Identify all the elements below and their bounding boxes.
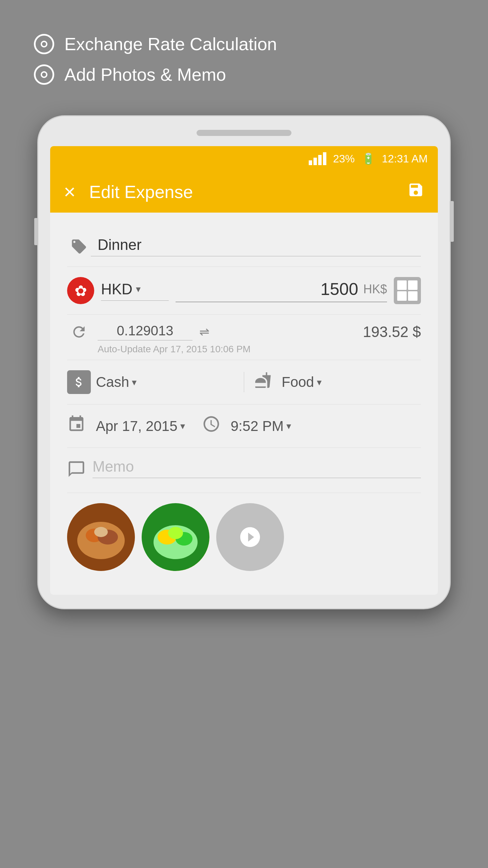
expense-name-field[interactable]: Dinner xyxy=(91,236,421,256)
battery-icon: 🔋 xyxy=(362,152,375,165)
currency-selector[interactable]: HKD ▾ xyxy=(101,281,169,301)
svg-point-4 xyxy=(94,527,108,537)
close-button[interactable]: × xyxy=(64,182,76,202)
page-title: Edit Expense xyxy=(89,182,407,202)
add-photos-icon-inner xyxy=(41,71,47,78)
currency-dropdown-arrow: ▾ xyxy=(136,283,141,295)
expense-name-row: Dinner xyxy=(67,226,421,267)
svg-point-9 xyxy=(168,527,183,539)
status-bar: 23% 🔋 12:31 AM xyxy=(50,146,438,171)
amount-value: 1500 xyxy=(321,279,358,299)
clock-icon xyxy=(202,415,221,437)
phone-frame: 23% 🔋 12:31 AM × Edit Expense xyxy=(37,115,451,609)
volume-button xyxy=(34,218,38,245)
add-photos-icon xyxy=(34,64,54,85)
feature-item-photos: Add Photos & Memo xyxy=(34,64,277,85)
photo-thumbnail-1[interactable] xyxy=(67,503,135,571)
memo-row: Memo xyxy=(67,448,421,493)
refresh-icon[interactable] xyxy=(67,323,91,340)
add-photos-label: Add Photos & Memo xyxy=(64,64,226,85)
hk-flag-icon: ✿ xyxy=(67,277,94,304)
currency-symbol: HK$ xyxy=(363,282,387,296)
feature-item-exchange: Exchange Rate Calculation xyxy=(34,34,277,54)
memo-field[interactable]: Memo xyxy=(93,458,421,478)
calendar-icon xyxy=(67,415,86,437)
save-button[interactable] xyxy=(407,181,424,202)
feature-list: Exchange Rate Calculation Add Photos & M… xyxy=(34,34,277,95)
category-section: Food ▾ xyxy=(255,372,421,393)
currency-code: HKD xyxy=(101,281,133,298)
battery-percent: 23% xyxy=(333,153,355,165)
time-dropdown-arrow[interactable]: ▾ xyxy=(286,420,291,432)
exchange-rate-label: Exchange Rate Calculation xyxy=(64,34,277,54)
date-time-row: Apr 17, 2015 ▾ 9:52 PM ▾ xyxy=(67,405,421,448)
tag-icon xyxy=(67,238,91,255)
time-display: 12:31 AM xyxy=(382,153,428,165)
phone-screen: 23% 🔋 12:31 AM × Edit Expense xyxy=(50,146,438,595)
memo-icon xyxy=(67,460,86,482)
converted-amount-value: 193.52 $ xyxy=(363,323,421,340)
food-icon xyxy=(255,372,271,393)
category-label: Food xyxy=(282,374,314,390)
form-content: Dinner ✿ HKD ▾ 1500 HK$ xyxy=(50,213,438,595)
exchange-rate-icon xyxy=(34,34,54,54)
memo-placeholder: Memo xyxy=(93,458,134,475)
exchange-rate-field[interactable]: 0.129013 xyxy=(98,323,192,340)
exchange-rate-icon-inner xyxy=(41,41,47,47)
payment-method-section: Cash ▾ xyxy=(67,370,233,394)
date-dropdown-arrow[interactable]: ▾ xyxy=(180,420,185,432)
app-header: × Edit Expense xyxy=(50,171,438,213)
exchange-rate-row: 0.129013 ⇌ 193.52 $ Auto-Update Apr 17, … xyxy=(67,315,421,360)
payment-dropdown-arrow[interactable]: ▾ xyxy=(132,377,137,388)
payment-method-label: Cash xyxy=(96,374,129,390)
exchange-arrows-icon: ⇌ xyxy=(199,325,209,339)
payment-category-row: Cash ▾ Food ▾ xyxy=(67,360,421,405)
date-value: Apr 17, 2015 xyxy=(96,418,178,434)
add-photo-button[interactable] xyxy=(216,503,284,571)
speaker xyxy=(197,130,291,136)
photo-thumbnail-2[interactable] xyxy=(142,503,209,571)
payment-icon xyxy=(67,370,91,394)
amount-field[interactable]: 1500 HK$ xyxy=(176,279,387,302)
calculator-icon[interactable] xyxy=(394,277,421,304)
currency-amount-row: ✿ HKD ▾ 1500 HK$ xyxy=(67,267,421,315)
photos-row xyxy=(67,493,421,581)
auto-update-label: Auto-Update Apr 17, 2015 10:06 PM xyxy=(98,344,421,355)
power-button xyxy=(450,201,454,242)
expense-name-value: Dinner xyxy=(98,236,142,253)
split-divider xyxy=(244,372,244,392)
signal-icon xyxy=(309,152,326,165)
category-dropdown-arrow[interactable]: ▾ xyxy=(317,377,322,388)
time-value: 9:52 PM xyxy=(231,418,284,434)
